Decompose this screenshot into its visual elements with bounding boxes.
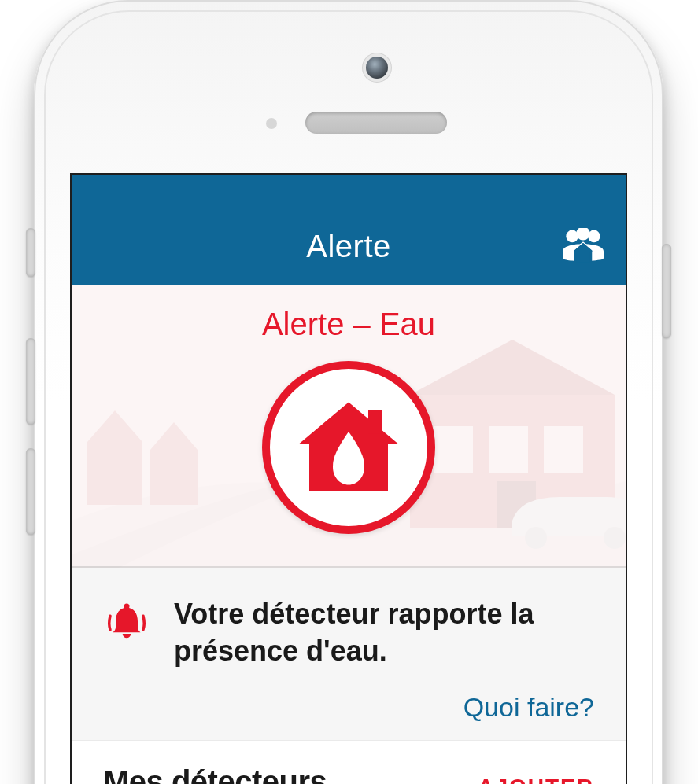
svg-point-14 bbox=[525, 527, 547, 549]
svg-rect-11 bbox=[489, 426, 528, 473]
add-detector-button[interactable]: AJOUTER bbox=[478, 775, 594, 784]
svg-rect-13 bbox=[497, 481, 536, 528]
svg-rect-12 bbox=[544, 426, 583, 473]
power-button bbox=[662, 244, 671, 338]
alert-message-card: Votre détecteur rapporte la présence d'e… bbox=[72, 568, 626, 741]
volume-up-button bbox=[26, 338, 35, 425]
svg-point-1 bbox=[576, 228, 589, 241]
alert-bell-icon bbox=[103, 599, 150, 646]
svg-rect-8 bbox=[410, 395, 615, 528]
svg-marker-5 bbox=[87, 410, 142, 442]
svg-rect-4 bbox=[87, 442, 142, 505]
mute-switch bbox=[26, 228, 35, 277]
phone-frame: Alerte bbox=[34, 0, 663, 784]
screen: Alerte bbox=[72, 175, 626, 784]
svg-point-15 bbox=[604, 527, 626, 549]
alert-type-title: Alerte – Eau bbox=[72, 307, 626, 342]
house-water-icon bbox=[290, 388, 408, 506]
volume-down-button bbox=[26, 448, 35, 535]
svg-point-2 bbox=[588, 230, 600, 243]
front-camera bbox=[366, 57, 388, 79]
svg-point-17 bbox=[124, 604, 130, 609]
svg-marker-7 bbox=[150, 422, 198, 450]
alert-hero: Alerte – Eau bbox=[72, 285, 626, 568]
page-title: Alerte bbox=[306, 229, 391, 264]
app-header: Alerte bbox=[72, 175, 626, 285]
detectors-section-title: Mes détecteurs bbox=[103, 764, 327, 784]
what-to-do-link[interactable]: Quoi faire? bbox=[463, 692, 594, 722]
people-house-icon bbox=[561, 228, 605, 269]
alert-message-text: Votre détecteur rapporte la présence d'e… bbox=[174, 596, 594, 670]
svg-rect-6 bbox=[150, 450, 198, 505]
earpiece-speaker bbox=[305, 112, 447, 134]
svg-marker-9 bbox=[410, 340, 615, 395]
svg-rect-16 bbox=[368, 410, 382, 434]
detectors-section-header: Mes détecteurs AJOUTER bbox=[72, 741, 626, 784]
alert-icon-badge bbox=[262, 361, 435, 534]
svg-rect-10 bbox=[434, 426, 473, 473]
household-button[interactable] bbox=[560, 226, 607, 271]
proximity-sensor bbox=[266, 118, 277, 129]
